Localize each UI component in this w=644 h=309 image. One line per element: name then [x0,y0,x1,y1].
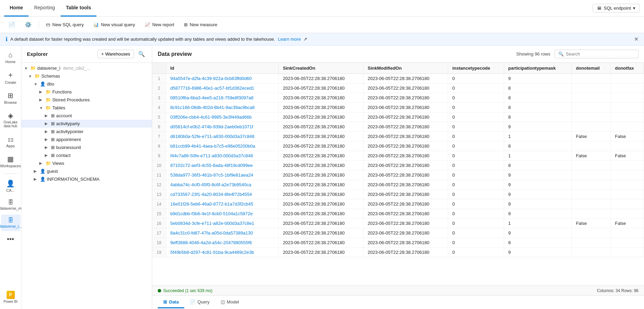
cell-sinkcreatedon: 2023-06-05T22:28:38.2706180 [279,83,363,93]
settings-icon-button[interactable]: ⚙️ [21,19,36,30]
table-row[interactable]: 2 d5877716-6986-40e1-ac57-bf1d362eced1 2… [152,83,644,93]
cell-donotfax [611,180,644,190]
table-row[interactable]: 1 94a5547e-d2fa-4c39-922a-0cb63ffd0d60 2… [152,74,644,83]
sidebar-item-create[interactable]: + Create [1,68,20,87]
col-header-donotemail[interactable]: donotemail [572,63,611,74]
sidebar-item-workspaces[interactable]: ▦ Workspaces [1,152,20,171]
sidebar-item-powerbi[interactable]: P Power BI [1,288,20,306]
new-report-button[interactable]: 📈 New report [141,20,178,29]
tree-item-functions[interactable]: ▶ 📁 Functions [21,88,152,96]
tree-item-activityparty[interactable]: ▶ ⊞ activityparty [21,120,152,128]
tree-item-businessunit[interactable]: ▶ ⊞ businessunit [21,143,152,151]
sidebar-item-dataverse-i[interactable]: 🗄 dataverse_i... [1,215,20,231]
cell-id: cd733567-23f1-4a20-8034-8fe4f72b4554 [166,190,279,199]
cell-sinkmodifiedon: 2023-06-05T22:28:38.2706180 [363,74,448,83]
new-sql-query-button[interactable]: 🗃 New SQL query [42,20,88,29]
table-row[interactable]: 11 538da977-36f3-461b-87c5-1bf9e81aea24 … [152,170,644,180]
cell-rownum: 14 [152,199,166,209]
cell-sinkcreatedon: 2023-06-05T22:28:38.2706180 [279,132,363,141]
table-row[interactable]: 7 d6180b0a-52fe-e711-a830-000d3a37c848 2… [152,132,644,141]
cell-sinkcreatedon: 2023-06-05T22:28:38.2706180 [279,170,363,180]
cell-rownum: 3 [152,93,166,103]
new-measure-button[interactable]: ⊞ New measure [180,20,221,29]
col-header-donotfax[interactable]: donotfax [611,63,644,74]
tree-item-account[interactable]: ▶ ⊞ account [21,112,152,120]
sidebar-item-onelake[interactable]: ◈ OneLake data hub [1,109,20,131]
cell-participation: 9 [504,180,571,190]
explorer-panel: Explorer + Warehouses 🔍 ▼ 📁 dataverse_l … [21,46,152,309]
sql-endpoint-button[interactable]: 🏛 SQL endpoint ▾ [593,4,640,12]
file-icon-button[interactable]: 📄 [4,19,19,30]
table-row[interactable]: 6 d05814cf-e0b2-474b-939d-2aeb0eb1071f 2… [152,122,644,132]
tree-label-appointment: appointment [56,137,81,142]
tree-item-root[interactable]: ▼ 📁 dataverse_l demo_cds2_... [21,64,152,72]
explorer-search-icon[interactable]: 🔍 [137,50,146,58]
cell-sinkmodifiedon: 2023-06-05T22:28:38.2706180 [363,141,448,151]
cell-participation: 8 [504,112,571,122]
col-header-participationtypemask[interactable]: participationtypemask [504,63,571,74]
table-row[interactable]: 4 8c91c166-08db-402d-8b41-9ac39ac9bca8 2… [152,103,644,112]
sidebar-item-more[interactable]: ••• [1,232,20,246]
tab-table-tools[interactable]: Table tools [61,0,97,17]
tab-reporting[interactable]: Reporting [29,0,61,17]
close-icon[interactable]: ✕ [634,36,638,42]
cell-instancetype: 0 [448,248,504,257]
schema-icon: 👤 [40,169,45,174]
cell-sinkmodifiedon: 2023-06-05T22:28:38.2706180 [363,122,448,132]
tab-query[interactable]: 📄 Query [184,297,215,308]
table-row[interactable]: 10 87102c72-aef3-4c55-8ada-48f19cd099ee … [152,161,644,170]
search-input[interactable] [566,51,635,57]
sidebar-item-dataverse-m[interactable]: 🗄 dataverse_m [1,197,20,213]
cell-donotfax: False [611,219,644,228]
cell-sinkmodifiedon: 2023-06-05T22:28:38.2706180 [363,161,448,170]
tree-item-guest[interactable]: ▶ 👤 guest [21,167,152,175]
table-row[interactable]: 14 16e01f28-5eb6-46a0-8772-b1a7d3f2cb45 … [152,199,644,209]
col-header-sinkcreatedon[interactable]: SinkCreatedOn [279,63,363,74]
tree-item-tables[interactable]: ▼ 📁 Tables [21,104,152,112]
onelake-icon: ◈ [8,111,13,120]
tree-item-schemas[interactable]: ▼ 📁 Schemas [21,72,152,80]
table-row[interactable]: 9 f44c7a86-50fe-e711-a830-000d3a37c848 2… [152,151,644,161]
table-row[interactable]: 3 08510f6a-6ba3-4ee5-a218-759e8f3097a8 2… [152,93,644,103]
table-row[interactable]: 17 8a4c31c0-fd87-47fa-a05d-0da57389a130 … [152,228,644,238]
cell-rownum: 13 [152,190,166,199]
cell-id: f44c7a86-50fe-e711-a830-000d3a37c848 [166,151,279,161]
search-box[interactable]: 🔍 [554,50,638,58]
cell-rownum: 9 [152,151,166,161]
table-row[interactable]: 12 4abba74c-4cf0-45f0-8c6f-a2e73b9540ca … [152,180,644,190]
plus-icon: + [101,51,104,57]
tree-item-dbo[interactable]: ▼ 👤 dbo [21,80,152,88]
tree-item-stored-procedures[interactable]: ▶ 📁 Stored Procedures [21,96,152,104]
learn-more-link[interactable]: Learn more [278,37,301,42]
sidebar-item-ca[interactable]: 👤 CA... [1,177,20,195]
new-visual-query-button[interactable]: 📊 New visual query [89,20,139,29]
col-header-instancetypecode[interactable]: instancetypecode [448,63,504,74]
col-header-sinkmodifiedon[interactable]: SinkModifiedOn [363,63,448,74]
tree-label-schemas: Schemas [41,73,60,79]
table-row[interactable]: 13 cd733567-23f1-4a20-8034-8fe4f72b4554 … [152,190,644,199]
sidebar-item-apps[interactable]: ⚏ Apps [1,132,20,151]
add-warehouse-button[interactable]: + Warehouses [97,50,134,58]
tree-item-contact[interactable]: ▶ ⊞ contact [21,151,152,159]
cell-rownum: 1 [152,74,166,83]
table-row[interactable]: 15 b9d1cdbb-f3b6-4e1f-8cb0-5104a1c5872e … [152,209,644,219]
table-row[interactable]: 18 9eff3688-4046-4a2d-a54c-2047890555f6 … [152,238,644,248]
tree-item-appointment[interactable]: ▶ ⊞ appointment [21,136,152,143]
tree-item-information-schema[interactable]: ▶ 👤 INFORMATION_SCHEMA [21,175,152,183]
tree-item-activitypointer[interactable]: ▶ ⊞ activitypointer [21,128,152,136]
sidebar-item-browse[interactable]: ⊞ Browse [1,89,20,107]
tree-item-views[interactable]: ▶ 📁 Views [21,159,152,167]
table-row[interactable]: 8 b81ccb99-4b41-4aea-b7c5-e96e05200b0a 2… [152,141,644,151]
cell-participation: 9 [504,190,571,199]
table-row[interactable]: 5 03ff206e-cbb4-4c61-9985-3e3f449ad66b 2… [152,112,644,122]
tab-data[interactable]: ⊞ Data [158,297,184,308]
tab-model[interactable]: ◫ Model [215,297,245,308]
col-header-id[interactable]: Id [166,63,279,74]
sidebar-item-home[interactable]: ⌂ Home [1,48,20,67]
dataverse-m-icon: 🗄 [8,199,13,206]
tab-home[interactable]: Home [4,0,29,17]
cell-donotemail [572,248,611,257]
table-row[interactable]: 16 5eb0834d-3cfe-e711-a82e-000d3a37c8e1 … [152,219,644,228]
data-table-wrapper[interactable]: Id SinkCreatedOn SinkModifiedOn instance… [152,63,644,286]
table-row[interactable]: 19 5f49b5b8-d297-4c81-91ba-9ca4489c2e3b … [152,248,644,257]
